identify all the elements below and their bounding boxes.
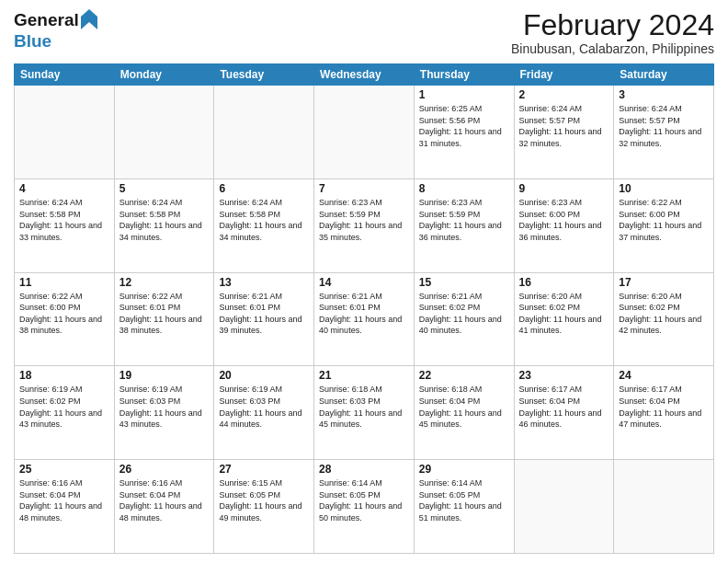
- calendar-cell: 12Sunrise: 6:22 AM Sunset: 6:01 PM Dayli…: [114, 272, 214, 366]
- day-number: 14: [319, 276, 409, 289]
- page-header: General Blue February 2024 Binubusan, Ca…: [14, 9, 714, 56]
- calendar-cell: 29Sunrise: 6:14 AM Sunset: 6:05 PM Dayli…: [414, 460, 514, 554]
- day-number: 26: [119, 463, 210, 476]
- day-number: 11: [19, 276, 109, 289]
- day-number: 10: [619, 182, 709, 195]
- calendar-cell: 15Sunrise: 6:21 AM Sunset: 6:02 PM Dayli…: [414, 272, 514, 366]
- day-info: Sunrise: 6:24 AM Sunset: 5:57 PM Dayligh…: [619, 103, 709, 149]
- calendar-cell: [314, 86, 415, 179]
- day-number: 1: [419, 88, 509, 101]
- calendar-cell: 18Sunrise: 6:19 AM Sunset: 6:02 PM Dayli…: [15, 366, 115, 460]
- day-info: Sunrise: 6:21 AM Sunset: 6:02 PM Dayligh…: [419, 291, 509, 337]
- calendar-cell: 4Sunrise: 6:24 AM Sunset: 5:58 PM Daylig…: [15, 178, 115, 272]
- calendar-cell: [15, 86, 115, 179]
- day-info: Sunrise: 6:24 AM Sunset: 5:58 PM Dayligh…: [219, 197, 309, 243]
- day-info: Sunrise: 6:16 AM Sunset: 6:04 PM Dayligh…: [19, 477, 109, 523]
- weekday-header: Wednesday: [314, 64, 415, 86]
- day-info: Sunrise: 6:22 AM Sunset: 6:00 PM Dayligh…: [619, 197, 709, 243]
- calendar-cell: 9Sunrise: 6:23 AM Sunset: 6:00 PM Daylig…: [514, 178, 614, 272]
- calendar-cell: 6Sunrise: 6:24 AM Sunset: 5:58 PM Daylig…: [214, 178, 314, 272]
- day-info: Sunrise: 6:17 AM Sunset: 6:04 PM Dayligh…: [619, 384, 709, 430]
- day-number: 20: [219, 369, 309, 382]
- day-number: 7: [319, 182, 409, 195]
- day-number: 3: [619, 88, 709, 101]
- calendar-cell: 19Sunrise: 6:19 AM Sunset: 6:03 PM Dayli…: [114, 366, 214, 460]
- weekday-header: Tuesday: [214, 64, 314, 86]
- day-info: Sunrise: 6:20 AM Sunset: 6:02 PM Dayligh…: [519, 291, 609, 337]
- day-info: Sunrise: 6:19 AM Sunset: 6:03 PM Dayligh…: [119, 384, 210, 430]
- calendar-cell: 14Sunrise: 6:21 AM Sunset: 6:01 PM Dayli…: [314, 272, 415, 366]
- calendar-row: 1Sunrise: 6:25 AM Sunset: 5:56 PM Daylig…: [15, 86, 714, 179]
- calendar-cell: 8Sunrise: 6:23 AM Sunset: 5:59 PM Daylig…: [414, 178, 514, 272]
- day-info: Sunrise: 6:22 AM Sunset: 6:01 PM Dayligh…: [119, 291, 210, 337]
- day-info: Sunrise: 6:23 AM Sunset: 5:59 PM Dayligh…: [419, 197, 509, 243]
- calendar-subtitle: Binubusan, Calabarzon, Philippines: [511, 41, 714, 56]
- day-info: Sunrise: 6:21 AM Sunset: 6:01 PM Dayligh…: [319, 291, 409, 337]
- calendar-cell: 23Sunrise: 6:17 AM Sunset: 6:04 PM Dayli…: [514, 366, 614, 460]
- calendar-cell: [114, 86, 214, 179]
- calendar-page: General Blue February 2024 Binubusan, Ca…: [0, 0, 728, 563]
- day-number: 22: [419, 369, 509, 382]
- day-info: Sunrise: 6:18 AM Sunset: 6:04 PM Dayligh…: [419, 384, 509, 430]
- day-info: Sunrise: 6:25 AM Sunset: 5:56 PM Dayligh…: [419, 103, 509, 149]
- calendar-cell: 7Sunrise: 6:23 AM Sunset: 5:59 PM Daylig…: [314, 178, 415, 272]
- day-info: Sunrise: 6:20 AM Sunset: 6:02 PM Dayligh…: [619, 291, 709, 337]
- day-info: Sunrise: 6:19 AM Sunset: 6:03 PM Dayligh…: [219, 384, 309, 430]
- day-number: 28: [319, 463, 409, 476]
- calendar-cell: 25Sunrise: 6:16 AM Sunset: 6:04 PM Dayli…: [15, 460, 115, 554]
- day-number: 15: [419, 276, 509, 289]
- day-number: 4: [19, 182, 109, 195]
- day-number: 29: [419, 463, 509, 476]
- day-info: Sunrise: 6:23 AM Sunset: 6:00 PM Dayligh…: [519, 197, 609, 243]
- day-info: Sunrise: 6:24 AM Sunset: 5:58 PM Dayligh…: [119, 197, 210, 243]
- calendar-cell: 1Sunrise: 6:25 AM Sunset: 5:56 PM Daylig…: [414, 86, 514, 179]
- calendar-cell: 17Sunrise: 6:20 AM Sunset: 6:02 PM Dayli…: [614, 272, 714, 366]
- day-info: Sunrise: 6:22 AM Sunset: 6:00 PM Dayligh…: [19, 291, 109, 337]
- logo: General Blue: [14, 9, 97, 52]
- day-number: 6: [219, 182, 309, 195]
- day-number: 17: [619, 276, 709, 289]
- calendar-cell: [214, 86, 314, 179]
- calendar-cell: 28Sunrise: 6:14 AM Sunset: 6:05 PM Dayli…: [314, 460, 415, 554]
- calendar-cell: 27Sunrise: 6:15 AM Sunset: 6:05 PM Dayli…: [214, 460, 314, 554]
- weekday-header-row: SundayMondayTuesdayWednesdayThursdayFrid…: [15, 64, 714, 86]
- calendar-cell: 3Sunrise: 6:24 AM Sunset: 5:57 PM Daylig…: [614, 86, 714, 179]
- calendar-row: 11Sunrise: 6:22 AM Sunset: 6:00 PM Dayli…: [15, 272, 714, 366]
- day-info: Sunrise: 6:14 AM Sunset: 6:05 PM Dayligh…: [319, 477, 409, 523]
- day-number: 16: [519, 276, 609, 289]
- calendar-cell: [514, 460, 614, 554]
- day-number: 9: [519, 182, 609, 195]
- day-info: Sunrise: 6:18 AM Sunset: 6:03 PM Dayligh…: [319, 384, 409, 430]
- calendar-cell: [614, 460, 714, 554]
- svg-marker-0: [81, 9, 97, 29]
- weekday-header: Saturday: [614, 64, 714, 86]
- logo-blue: Blue: [14, 32, 97, 52]
- calendar-row: 25Sunrise: 6:16 AM Sunset: 6:04 PM Dayli…: [15, 460, 714, 554]
- calendar-title: February 2024: [511, 9, 714, 41]
- calendar-cell: 13Sunrise: 6:21 AM Sunset: 6:01 PM Dayli…: [214, 272, 314, 366]
- day-number: 23: [519, 369, 609, 382]
- day-number: 25: [19, 463, 109, 476]
- day-number: 12: [119, 276, 210, 289]
- calendar-cell: 24Sunrise: 6:17 AM Sunset: 6:04 PM Dayli…: [614, 366, 714, 460]
- weekday-header: Friday: [514, 64, 614, 86]
- calendar-cell: 2Sunrise: 6:24 AM Sunset: 5:57 PM Daylig…: [514, 86, 614, 179]
- calendar-cell: 10Sunrise: 6:22 AM Sunset: 6:00 PM Dayli…: [614, 178, 714, 272]
- day-info: Sunrise: 6:15 AM Sunset: 6:05 PM Dayligh…: [219, 477, 309, 523]
- calendar-row: 18Sunrise: 6:19 AM Sunset: 6:02 PM Dayli…: [15, 366, 714, 460]
- day-number: 18: [19, 369, 109, 382]
- day-number: 24: [619, 369, 709, 382]
- day-info: Sunrise: 6:17 AM Sunset: 6:04 PM Dayligh…: [519, 384, 609, 430]
- weekday-header: Sunday: [15, 64, 115, 86]
- calendar-cell: 22Sunrise: 6:18 AM Sunset: 6:04 PM Dayli…: [414, 366, 514, 460]
- day-number: 5: [119, 182, 210, 195]
- day-info: Sunrise: 6:16 AM Sunset: 6:04 PM Dayligh…: [119, 477, 210, 523]
- day-info: Sunrise: 6:23 AM Sunset: 5:59 PM Dayligh…: [319, 197, 409, 243]
- calendar-cell: 26Sunrise: 6:16 AM Sunset: 6:04 PM Dayli…: [114, 460, 214, 554]
- day-number: 2: [519, 88, 609, 101]
- day-info: Sunrise: 6:14 AM Sunset: 6:05 PM Dayligh…: [419, 477, 509, 523]
- logo-text: General: [14, 9, 97, 34]
- day-number: 13: [219, 276, 309, 289]
- title-block: February 2024 Binubusan, Calabarzon, Phi…: [511, 9, 714, 56]
- calendar-cell: 5Sunrise: 6:24 AM Sunset: 5:58 PM Daylig…: [114, 178, 214, 272]
